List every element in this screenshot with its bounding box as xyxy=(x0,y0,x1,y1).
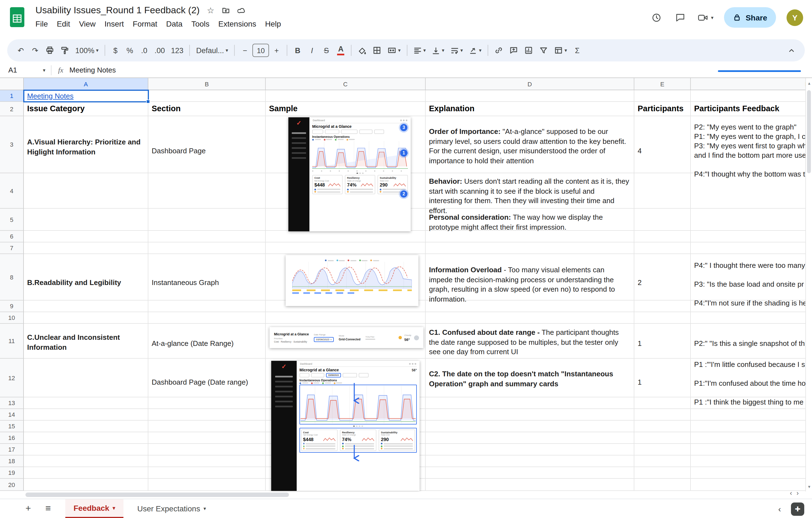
cell-B12[interactable]: Dashboard Page (Date range) xyxy=(152,377,248,387)
borders-button[interactable] xyxy=(370,42,384,58)
cell-E3[interactable]: 4 xyxy=(638,146,641,156)
insert-comment-button[interactable] xyxy=(506,42,521,58)
version-history-icon[interactable] xyxy=(649,11,663,24)
all-sheets-button[interactable]: ≡ xyxy=(46,503,51,514)
row-header[interactable]: 7 xyxy=(0,242,24,254)
zoom-select[interactable]: 100%▾ xyxy=(72,42,101,58)
cell-B8[interactable]: Instantaneous Graph xyxy=(152,278,219,288)
sample-image-glance-bar[interactable]: Microgrid at a Glance Priorities Cost · … xyxy=(269,327,424,348)
font-select[interactable]: Defaul...▾ xyxy=(194,42,231,58)
menu-item[interactable]: Data xyxy=(162,18,187,30)
fill-color-button[interactable] xyxy=(355,42,369,58)
format-currency-button[interactable]: $ xyxy=(109,42,122,58)
increase-font-size-button[interactable]: + xyxy=(269,42,283,58)
formula-input[interactable]: Meeting Notes xyxy=(69,66,116,74)
cell-F2[interactable]: Participants Feedback xyxy=(694,104,779,114)
row-header[interactable]: 17 xyxy=(0,444,24,456)
merge-cells-button[interactable]: ▾ xyxy=(385,42,403,58)
text-rotation-button[interactable]: ▾ xyxy=(466,42,484,58)
row-header[interactable]: 19 xyxy=(0,467,24,479)
tab-caret-icon[interactable]: ▾ xyxy=(203,506,206,511)
column-header[interactable]: C xyxy=(266,78,426,90)
menu-item[interactable]: Help xyxy=(261,18,286,30)
column-header[interactable]: A xyxy=(24,78,148,90)
redo-button[interactable]: ↷ xyxy=(28,42,42,58)
avatar[interactable]: Y xyxy=(786,9,803,26)
menu-item[interactable]: Insert xyxy=(100,18,128,30)
side-panel-icon[interactable]: ✚ xyxy=(791,502,804,516)
cell-A11[interactable]: C.Unclear and Inconsistent Information xyxy=(27,333,144,352)
cell-D8[interactable]: Information Overload - Too many visual e… xyxy=(429,265,629,304)
row-header[interactable]: 1 xyxy=(0,90,24,102)
menu-item[interactable]: View xyxy=(75,18,100,30)
row-header[interactable]: 3 xyxy=(0,116,24,173)
font-size-input[interactable]: 10 xyxy=(252,44,269,57)
row-header[interactable]: 5 xyxy=(0,209,24,231)
menu-item[interactable]: Tools xyxy=(187,18,214,30)
text-color-button[interactable]: A xyxy=(334,42,348,58)
sample-image-graph[interactable] xyxy=(286,255,418,306)
row-header[interactable]: 6 xyxy=(0,231,24,242)
comments-icon[interactable] xyxy=(673,11,687,24)
fill-handle[interactable] xyxy=(146,99,150,104)
insert-link-button[interactable] xyxy=(492,42,506,58)
column-header[interactable]: B xyxy=(148,78,266,90)
row-header[interactable]: 14 xyxy=(0,409,24,421)
undo-button[interactable]: ↶ xyxy=(14,42,28,58)
row-header[interactable]: 16 xyxy=(0,432,24,444)
strikethrough-button[interactable]: S xyxy=(319,42,333,58)
tab-caret-icon[interactable]: ▾ xyxy=(113,505,115,511)
horizontal-scroll-thumb[interactable] xyxy=(26,493,289,497)
cell-F12[interactable]: P1 :"'I'm little confused because I sP1:… xyxy=(694,360,805,407)
decrease-decimals-button[interactable]: .0 xyxy=(137,42,151,58)
cell-D12[interactable]: C2. The date on the top doesn't match "I… xyxy=(429,369,629,388)
scroll-up-icon[interactable]: ▲ xyxy=(806,79,812,87)
menu-item[interactable]: Edit xyxy=(52,18,75,30)
meet-caret-icon[interactable]: ▾ xyxy=(711,15,714,20)
row-header[interactable]: 15 xyxy=(0,421,24,432)
functions-button[interactable]: Σ xyxy=(571,42,584,58)
cell-D4[interactable]: Behavior: Users don't start reading all … xyxy=(429,176,629,215)
decrease-font-size-button[interactable]: − xyxy=(238,42,252,58)
cell-A2[interactable]: Issue Category xyxy=(27,104,85,114)
share-button[interactable]: Share xyxy=(724,7,776,28)
sheet-tab-feedback[interactable]: Feedback ▾ xyxy=(65,499,123,518)
row-header[interactable]: 18 xyxy=(0,456,24,467)
row-header[interactable]: 4 xyxy=(0,173,24,209)
cell-D3[interactable]: Order of Importance: "At-a-glance" suppo… xyxy=(429,127,629,166)
insert-chart-button[interactable] xyxy=(521,42,536,58)
collapse-toolbar-button[interactable] xyxy=(784,42,798,58)
cell-A1[interactable]: Meeting Notes xyxy=(27,91,74,101)
row-header[interactable]: 9 xyxy=(0,300,24,312)
star-icon[interactable]: ☆ xyxy=(207,5,214,16)
format-percent-button[interactable]: % xyxy=(123,42,137,58)
cell-E2[interactable]: Participants xyxy=(638,104,684,114)
select-all-corner[interactable] xyxy=(0,78,24,90)
vertical-scrollbar[interactable]: ▲ ▼ xyxy=(805,78,812,491)
row-header[interactable]: 10 xyxy=(0,312,24,324)
print-button[interactable] xyxy=(42,42,57,58)
cell-E12[interactable]: 1 xyxy=(638,377,641,387)
table-views-button[interactable]: ▾ xyxy=(551,42,570,58)
cell-B2[interactable]: Section xyxy=(152,104,181,114)
row-header[interactable]: 8 xyxy=(0,254,24,300)
cell-A8[interactable]: B.Readability and Legibility xyxy=(27,278,121,288)
vertical-scroll-thumb[interactable] xyxy=(807,90,811,173)
name-box[interactable]: A1 ▾ xyxy=(0,66,51,74)
row-header[interactable]: 20 xyxy=(0,479,24,491)
cloud-status-icon[interactable] xyxy=(237,6,247,15)
menu-item[interactable]: Extensions xyxy=(214,18,261,30)
cell-D5[interactable]: Personal consideration: The way how we d… xyxy=(429,212,629,232)
bold-button[interactable]: B xyxy=(291,42,304,58)
scroll-down-icon[interactable]: ▼ xyxy=(806,483,812,490)
cell-D11[interactable]: C1. Confused about date range - The part… xyxy=(429,327,629,357)
meet-call-button[interactable]: ▾ xyxy=(697,12,714,23)
cell-B11[interactable]: At-a-glance (Date Range) xyxy=(152,339,234,348)
cell-D2[interactable]: Explanation xyxy=(429,104,474,114)
cell-F3[interactable]: P2: "My eyes went to the graph"P1: "My e… xyxy=(694,122,805,179)
row-header[interactable]: 13 xyxy=(0,397,24,409)
paint-format-button[interactable] xyxy=(58,42,72,58)
column-header[interactable]: E xyxy=(634,78,691,90)
move-folder-icon[interactable] xyxy=(222,6,230,15)
row-header[interactable]: 11 xyxy=(0,324,24,358)
